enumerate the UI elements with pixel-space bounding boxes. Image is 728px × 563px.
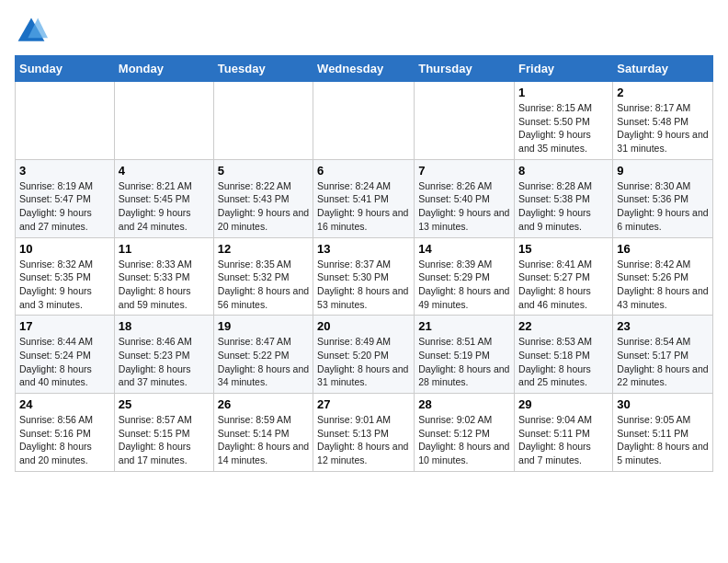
weekday-header: Saturday bbox=[613, 56, 713, 82]
day-number: 1 bbox=[518, 86, 609, 99]
day-number: 12 bbox=[218, 242, 309, 256]
day-info: Sunrise: 8:46 AM Sunset: 5:23 PM Dayligh… bbox=[119, 335, 210, 389]
calendar-cell: 27Sunrise: 9:01 AM Sunset: 5:13 PM Dayli… bbox=[313, 394, 415, 472]
calendar-cell bbox=[213, 82, 313, 160]
day-number: 2 bbox=[617, 86, 709, 99]
calendar-cell: 11Sunrise: 8:33 AM Sunset: 5:33 PM Dayli… bbox=[114, 237, 213, 316]
calendar-cell bbox=[16, 82, 115, 160]
day-info: Sunrise: 8:32 AM Sunset: 5:35 PM Dayligh… bbox=[19, 258, 110, 312]
weekday-header: Thursday bbox=[415, 56, 515, 82]
day-info: Sunrise: 8:56 AM Sunset: 5:16 PM Dayligh… bbox=[19, 413, 110, 467]
weekday-header: Monday bbox=[114, 56, 213, 82]
day-number: 19 bbox=[218, 319, 309, 333]
day-number: 13 bbox=[317, 242, 410, 256]
calendar-cell: 21Sunrise: 8:51 AM Sunset: 5:19 PM Dayli… bbox=[415, 316, 515, 394]
calendar-cell: 15Sunrise: 8:41 AM Sunset: 5:27 PM Dayli… bbox=[515, 237, 613, 316]
day-info: Sunrise: 9:04 AM Sunset: 5:11 PM Dayligh… bbox=[518, 413, 609, 467]
day-number: 21 bbox=[418, 319, 510, 333]
calendar-cell: 18Sunrise: 8:46 AM Sunset: 5:23 PM Dayli… bbox=[114, 316, 213, 394]
day-number: 14 bbox=[418, 242, 510, 256]
calendar-cell: 9Sunrise: 8:30 AM Sunset: 5:36 PM Daylig… bbox=[613, 159, 713, 237]
day-info: Sunrise: 8:47 AM Sunset: 5:22 PM Dayligh… bbox=[218, 335, 309, 389]
calendar-cell bbox=[415, 82, 515, 160]
day-number: 16 bbox=[617, 242, 709, 256]
day-info: Sunrise: 8:28 AM Sunset: 5:38 PM Dayligh… bbox=[518, 179, 609, 234]
weekday-header: Wednesday bbox=[313, 56, 415, 82]
calendar-cell: 12Sunrise: 8:35 AM Sunset: 5:32 PM Dayli… bbox=[213, 237, 313, 316]
calendar-cell: 20Sunrise: 8:49 AM Sunset: 5:20 PM Dayli… bbox=[313, 316, 415, 394]
day-number: 15 bbox=[518, 242, 609, 256]
day-info: Sunrise: 8:26 AM Sunset: 5:40 PM Dayligh… bbox=[418, 179, 510, 234]
day-number: 7 bbox=[418, 164, 510, 178]
calendar-week-row: 1Sunrise: 8:15 AM Sunset: 5:50 PM Daylig… bbox=[16, 82, 713, 160]
day-number: 17 bbox=[19, 319, 110, 333]
day-info: Sunrise: 8:30 AM Sunset: 5:36 PM Dayligh… bbox=[617, 179, 709, 234]
calendar-cell: 17Sunrise: 8:44 AM Sunset: 5:24 PM Dayli… bbox=[16, 316, 115, 394]
calendar-cell: 25Sunrise: 8:57 AM Sunset: 5:15 PM Dayli… bbox=[114, 394, 213, 472]
day-info: Sunrise: 9:01 AM Sunset: 5:13 PM Dayligh… bbox=[317, 413, 410, 467]
day-info: Sunrise: 8:42 AM Sunset: 5:26 PM Dayligh… bbox=[617, 258, 709, 312]
calendar-cell: 3Sunrise: 8:19 AM Sunset: 5:47 PM Daylig… bbox=[16, 159, 115, 237]
calendar-cell: 8Sunrise: 8:28 AM Sunset: 5:38 PM Daylig… bbox=[515, 159, 613, 237]
day-number: 23 bbox=[617, 319, 709, 333]
day-info: Sunrise: 8:22 AM Sunset: 5:43 PM Dayligh… bbox=[218, 179, 309, 234]
calendar-cell: 2Sunrise: 8:17 AM Sunset: 5:48 PM Daylig… bbox=[613, 82, 713, 160]
day-number: 11 bbox=[119, 242, 210, 256]
calendar-cell: 1Sunrise: 8:15 AM Sunset: 5:50 PM Daylig… bbox=[515, 82, 613, 160]
day-number: 18 bbox=[119, 319, 210, 333]
calendar-cell bbox=[114, 82, 213, 160]
calendar-cell: 23Sunrise: 8:54 AM Sunset: 5:17 PM Dayli… bbox=[613, 316, 713, 394]
calendar-cell: 4Sunrise: 8:21 AM Sunset: 5:45 PM Daylig… bbox=[114, 159, 213, 237]
calendar-cell: 26Sunrise: 8:59 AM Sunset: 5:14 PM Dayli… bbox=[213, 394, 313, 472]
day-info: Sunrise: 8:33 AM Sunset: 5:33 PM Dayligh… bbox=[119, 258, 210, 312]
day-number: 24 bbox=[19, 397, 110, 411]
weekday-header: Tuesday bbox=[213, 56, 313, 82]
day-info: Sunrise: 8:24 AM Sunset: 5:41 PM Dayligh… bbox=[317, 179, 410, 234]
calendar-cell bbox=[313, 82, 415, 160]
weekday-header: Friday bbox=[515, 56, 613, 82]
day-info: Sunrise: 9:02 AM Sunset: 5:12 PM Dayligh… bbox=[418, 413, 510, 467]
day-info: Sunrise: 8:59 AM Sunset: 5:14 PM Dayligh… bbox=[218, 413, 309, 467]
day-number: 6 bbox=[317, 164, 410, 178]
calendar-header-row: SundayMondayTuesdayWednesdayThursdayFrid… bbox=[16, 56, 713, 82]
day-info: Sunrise: 8:19 AM Sunset: 5:47 PM Dayligh… bbox=[19, 179, 110, 234]
day-info: Sunrise: 8:17 AM Sunset: 5:48 PM Dayligh… bbox=[617, 101, 709, 155]
day-info: Sunrise: 8:35 AM Sunset: 5:32 PM Dayligh… bbox=[218, 258, 309, 312]
calendar-week-row: 3Sunrise: 8:19 AM Sunset: 5:47 PM Daylig… bbox=[16, 159, 713, 237]
calendar-cell: 24Sunrise: 8:56 AM Sunset: 5:16 PM Dayli… bbox=[16, 394, 115, 472]
calendar-table: SundayMondayTuesdayWednesdayThursdayFrid… bbox=[15, 55, 713, 472]
logo-icon bbox=[15, 15, 48, 48]
calendar-week-row: 24Sunrise: 8:56 AM Sunset: 5:16 PM Dayli… bbox=[16, 394, 713, 472]
day-number: 26 bbox=[218, 397, 309, 411]
day-number: 9 bbox=[617, 164, 709, 178]
day-number: 30 bbox=[617, 397, 709, 411]
day-number: 10 bbox=[19, 242, 110, 256]
day-number: 20 bbox=[317, 319, 410, 333]
day-info: Sunrise: 9:05 AM Sunset: 5:11 PM Dayligh… bbox=[617, 413, 709, 467]
day-number: 22 bbox=[518, 319, 609, 333]
weekday-header: Sunday bbox=[16, 56, 115, 82]
day-number: 3 bbox=[19, 164, 110, 178]
calendar-cell: 22Sunrise: 8:53 AM Sunset: 5:18 PM Dayli… bbox=[515, 316, 613, 394]
calendar-cell: 7Sunrise: 8:26 AM Sunset: 5:40 PM Daylig… bbox=[415, 159, 515, 237]
calendar-cell: 28Sunrise: 9:02 AM Sunset: 5:12 PM Dayli… bbox=[415, 394, 515, 472]
day-info: Sunrise: 8:15 AM Sunset: 5:50 PM Dayligh… bbox=[518, 101, 609, 155]
calendar-cell: 13Sunrise: 8:37 AM Sunset: 5:30 PM Dayli… bbox=[313, 237, 415, 316]
calendar-cell: 14Sunrise: 8:39 AM Sunset: 5:29 PM Dayli… bbox=[415, 237, 515, 316]
day-info: Sunrise: 8:39 AM Sunset: 5:29 PM Dayligh… bbox=[418, 258, 510, 312]
calendar-cell: 30Sunrise: 9:05 AM Sunset: 5:11 PM Dayli… bbox=[613, 394, 713, 472]
day-info: Sunrise: 8:21 AM Sunset: 5:45 PM Dayligh… bbox=[119, 179, 210, 234]
calendar-cell: 10Sunrise: 8:32 AM Sunset: 5:35 PM Dayli… bbox=[16, 237, 115, 316]
calendar-cell: 16Sunrise: 8:42 AM Sunset: 5:26 PM Dayli… bbox=[613, 237, 713, 316]
day-info: Sunrise: 8:49 AM Sunset: 5:20 PM Dayligh… bbox=[317, 335, 410, 389]
page-header bbox=[15, 15, 713, 48]
day-number: 5 bbox=[218, 164, 309, 178]
day-info: Sunrise: 8:51 AM Sunset: 5:19 PM Dayligh… bbox=[418, 335, 510, 389]
day-number: 8 bbox=[518, 164, 609, 178]
day-number: 28 bbox=[418, 397, 510, 411]
calendar-cell: 6Sunrise: 8:24 AM Sunset: 5:41 PM Daylig… bbox=[313, 159, 415, 237]
day-info: Sunrise: 8:57 AM Sunset: 5:15 PM Dayligh… bbox=[119, 413, 210, 467]
calendar-cell: 19Sunrise: 8:47 AM Sunset: 5:22 PM Dayli… bbox=[213, 316, 313, 394]
day-info: Sunrise: 8:37 AM Sunset: 5:30 PM Dayligh… bbox=[317, 258, 410, 312]
day-info: Sunrise: 8:54 AM Sunset: 5:17 PM Dayligh… bbox=[617, 335, 709, 389]
